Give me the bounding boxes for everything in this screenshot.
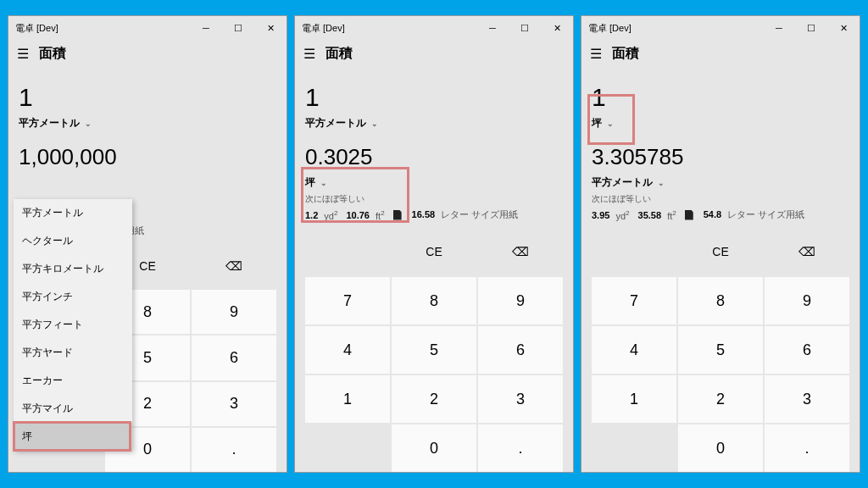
hamburger-icon[interactable]: ☰ xyxy=(303,47,315,61)
input-unit-label: 平方メートル xyxy=(19,116,80,130)
output-unit-selector[interactable]: 坪 ⌄ xyxy=(305,175,563,190)
output-value[interactable]: 3.305785 xyxy=(592,144,849,170)
dropdown-item-sqm[interactable]: 平方メートル xyxy=(14,199,132,227)
dropdown-item-sqft[interactable]: 平方フィート xyxy=(14,311,132,339)
input-value[interactable]: 1 xyxy=(19,83,276,111)
key-6[interactable]: 6 xyxy=(478,326,563,374)
minimize-button[interactable]: ─ xyxy=(476,16,509,40)
paper-icon xyxy=(685,210,693,220)
paper-equiv: 16.58 レター サイズ用紙 xyxy=(412,208,519,221)
key-5[interactable]: 5 xyxy=(678,326,763,374)
calculator-window-a: 電卓 [Dev] ─ ☐ ✕ ☰ 面積 1 平方メートル ⌄ 1,000,000… xyxy=(8,15,287,473)
key-6[interactable]: 6 xyxy=(192,336,276,380)
yd-equiv: 3.95 yd2 xyxy=(592,209,630,221)
key-1[interactable]: 1 xyxy=(305,375,390,423)
close-button[interactable]: ✕ xyxy=(827,16,860,40)
dropdown-item-acre[interactable]: エーカー xyxy=(14,367,132,395)
mode-label: 面積 xyxy=(326,45,353,63)
input-unit-selector[interactable]: 坪 ⌄ xyxy=(592,116,849,130)
ce-button[interactable]: CE xyxy=(392,228,476,275)
maximize-button[interactable]: ☐ xyxy=(509,16,541,40)
mode-label: 面積 xyxy=(612,45,639,63)
input-unit-label: 平方メートル xyxy=(305,116,366,130)
output-unit-label: 平方メートル xyxy=(592,175,653,190)
key-3[interactable]: 3 xyxy=(192,382,276,426)
key-3[interactable]: 3 xyxy=(478,375,563,423)
approx-label: 次にほぼ等しい xyxy=(305,193,563,205)
titlebar: 電卓 [Dev] ─ ☐ ✕ xyxy=(581,16,860,40)
keypad: CE ⌫ 7 8 9 4 5 6 1 2 3 0 . xyxy=(305,228,563,472)
output-value[interactable]: 0.3025 xyxy=(305,144,563,170)
output-unit-label: 坪 xyxy=(305,175,315,190)
output-value[interactable]: 1,000,000 xyxy=(19,144,276,170)
approx-label: 次にほぼ等しい xyxy=(592,193,849,205)
input-unit-selector[interactable]: 平方メートル ⌄ xyxy=(19,116,276,130)
ft-equiv: 10.76 ft2 xyxy=(346,209,384,221)
input-value[interactable]: 1 xyxy=(305,83,563,111)
input-value[interactable]: 1 xyxy=(592,83,849,111)
key-2[interactable]: 2 xyxy=(392,375,476,423)
content: 1 坪 ⌄ 3.305785 平方メートル ⌄ 次にほぼ等しい 3.95 yd2… xyxy=(581,69,860,472)
key-4[interactable]: 4 xyxy=(592,326,676,374)
key-0[interactable]: 0 xyxy=(678,424,763,472)
key-dot[interactable]: . xyxy=(478,424,563,472)
key-dot[interactable]: . xyxy=(192,428,276,472)
key-6[interactable]: 6 xyxy=(765,326,849,374)
dropdown-item-tsubo[interactable]: 坪 xyxy=(14,423,132,451)
output-unit-selector[interactable]: 平方メートル ⌄ xyxy=(592,175,849,190)
key-2[interactable]: 2 xyxy=(678,375,763,423)
close-button[interactable]: ✕ xyxy=(254,16,287,40)
key-8[interactable]: 8 xyxy=(678,277,763,324)
chevron-down-icon: ⌄ xyxy=(607,119,614,128)
conversion-row: 1.2 yd2 10.76 ft2 16.58 レター サイズ用紙 xyxy=(305,208,563,221)
key-4[interactable]: 4 xyxy=(305,326,390,374)
keypad: CE ⌫ 7 8 9 4 5 6 1 2 3 0 . xyxy=(592,228,849,472)
dropdown-item-sqin[interactable]: 平方インチ xyxy=(14,283,132,311)
close-button[interactable]: ✕ xyxy=(541,16,573,40)
chevron-down-icon: ⌄ xyxy=(658,179,665,187)
key-8[interactable]: 8 xyxy=(392,277,476,324)
mode-label: 面積 xyxy=(39,45,66,63)
key-3[interactable]: 3 xyxy=(765,375,849,423)
key-dot[interactable]: . xyxy=(765,424,849,472)
titlebar: 電卓 [Dev] ─ ☐ ✕ xyxy=(295,16,573,40)
ft-equiv: 35.58 ft2 xyxy=(638,209,676,221)
key-9[interactable]: 9 xyxy=(765,277,849,324)
yd-equiv: 1.2 yd2 xyxy=(305,209,337,221)
key-5[interactable]: 5 xyxy=(392,326,476,374)
maximize-button[interactable]: ☐ xyxy=(222,16,254,40)
dropdown-item-sqyd[interactable]: 平方ヤード xyxy=(14,339,132,367)
backspace-button[interactable]: ⌫ xyxy=(765,228,849,275)
chevron-down-icon: ⌄ xyxy=(320,179,327,187)
window-title: 電卓 [Dev] xyxy=(588,22,763,35)
hamburger-icon[interactable]: ☰ xyxy=(17,47,29,61)
hamburger-icon[interactable]: ☰ xyxy=(590,47,602,61)
paper-equiv: 54.8 レター サイズ用紙 xyxy=(704,208,805,221)
ce-button[interactable]: CE xyxy=(678,228,763,275)
calculator-window-b: 電卓 [Dev] ─ ☐ ✕ ☰ 面積 1 平方メートル ⌄ 0.3025 坪 … xyxy=(294,15,574,473)
key-9[interactable]: 9 xyxy=(478,277,563,324)
window-title: 電卓 [Dev] xyxy=(302,22,476,35)
paper-icon xyxy=(393,210,402,220)
key-1[interactable]: 1 xyxy=(592,375,676,423)
conversion-row: 3.95 yd2 35.58 ft2 54.8 レター サイズ用紙 xyxy=(592,208,849,221)
backspace-button[interactable]: ⌫ xyxy=(478,228,563,275)
key-7[interactable]: 7 xyxy=(592,277,676,324)
input-unit-selector[interactable]: 平方メートル ⌄ xyxy=(305,116,563,130)
backspace-button[interactable]: ⌫ xyxy=(192,244,276,288)
header: ☰ 面積 xyxy=(8,40,287,69)
header: ☰ 面積 xyxy=(295,40,573,69)
dropdown-item-sqkm[interactable]: 平方キロメートル xyxy=(14,255,132,283)
header: ☰ 面積 xyxy=(581,40,860,69)
dropdown-item-sqmi[interactable]: 平方マイル xyxy=(14,395,132,423)
key-7[interactable]: 7 xyxy=(305,277,390,324)
input-unit-label: 坪 xyxy=(592,116,602,130)
minimize-button[interactable]: ─ xyxy=(763,16,795,40)
dropdown-item-hectare[interactable]: ヘクタール xyxy=(14,227,132,255)
minimize-button[interactable]: ─ xyxy=(190,16,222,40)
key-9[interactable]: 9 xyxy=(192,290,276,334)
chevron-down-icon: ⌄ xyxy=(85,119,92,128)
chevron-down-icon: ⌄ xyxy=(371,119,378,128)
key-0[interactable]: 0 xyxy=(392,424,476,472)
maximize-button[interactable]: ☐ xyxy=(795,16,827,40)
